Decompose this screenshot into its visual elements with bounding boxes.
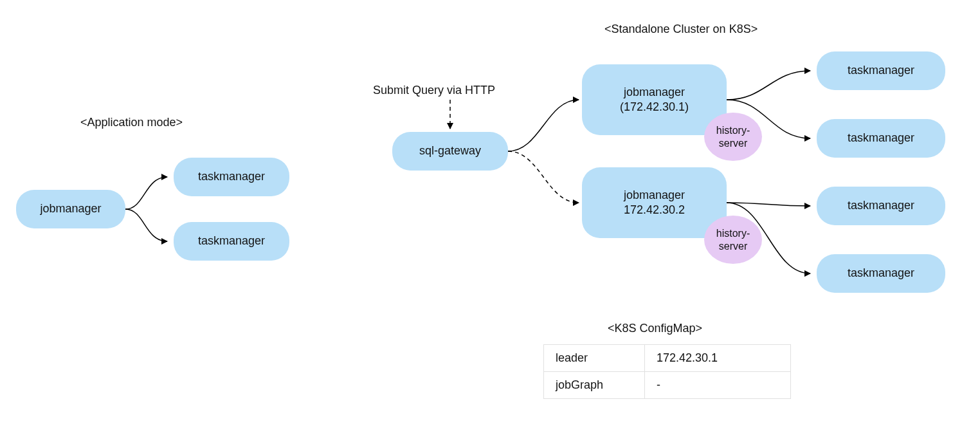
title-application-mode: <Application mode> bbox=[80, 116, 183, 129]
node-sql-gateway: sql-gateway bbox=[392, 132, 508, 171]
node-jobmanager-2-line2: 172.42.30.2 bbox=[624, 203, 685, 216]
node-taskmanager-left-1: taskmanager bbox=[174, 158, 289, 196]
node-jobmanager-1: jobmanager (172.42.30.1) bbox=[582, 64, 727, 135]
badge-history-server-1: history- server bbox=[704, 113, 762, 161]
cell-leader-key: leader bbox=[544, 345, 645, 372]
node-jobmanager-left: jobmanager bbox=[16, 190, 125, 228]
badge-history-server-2: history- server bbox=[704, 216, 762, 264]
node-taskmanager-b: taskmanager bbox=[817, 119, 945, 158]
table-k8s-configmap: leader 172.42.30.1 jobGraph - bbox=[543, 344, 791, 399]
node-jobmanager-2: jobmanager 172.42.30.2 bbox=[582, 167, 727, 238]
title-k8s-configmap: <K8S ConfigMap> bbox=[608, 322, 702, 335]
node-taskmanager-left-2: taskmanager bbox=[174, 222, 289, 261]
table-row: leader 172.42.30.1 bbox=[544, 345, 791, 372]
label-submit-query-http: Submit Query via HTTP bbox=[373, 84, 495, 97]
node-taskmanager-a: taskmanager bbox=[817, 51, 945, 90]
node-jobmanager-1-line2: (172.42.30.1) bbox=[620, 100, 689, 113]
cell-jobgraph-value: - bbox=[645, 372, 791, 399]
node-jobmanager-2-line1: jobmanager bbox=[624, 189, 685, 201]
node-taskmanager-c: taskmanager bbox=[817, 187, 945, 225]
cell-leader-value: 172.42.30.1 bbox=[645, 345, 791, 372]
table-row: jobGraph - bbox=[544, 372, 791, 399]
node-jobmanager-1-line1: jobmanager bbox=[624, 86, 685, 98]
title-standalone-cluster: <Standalone Cluster on K8S> bbox=[604, 23, 758, 36]
cell-jobgraph-key: jobGraph bbox=[544, 372, 645, 399]
node-taskmanager-d: taskmanager bbox=[817, 254, 945, 293]
